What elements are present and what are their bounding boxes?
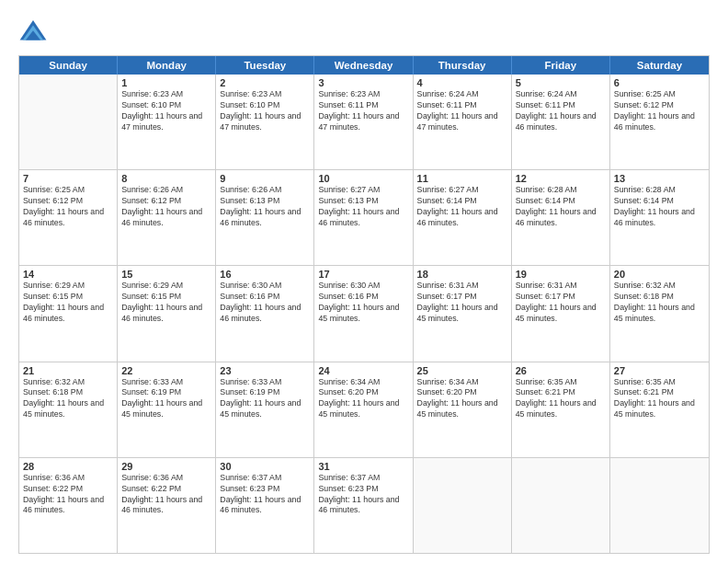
day-info: Sunrise: 6:25 AMSunset: 6:12 PMDaylight:… (23, 185, 113, 229)
header-day-sunday: Sunday (19, 56, 118, 75)
daylight-label: Daylight: 11 hours and 45 minutes. (121, 398, 202, 419)
day-cell-31: 31Sunrise: 6:37 AMSunset: 6:23 PMDayligh… (314, 458, 413, 553)
sunrise-label: Sunrise: 6:23 AM (220, 89, 281, 98)
day-cell-7: 7Sunrise: 6:25 AMSunset: 6:12 PMDaylight… (19, 170, 118, 265)
sunrise-label: Sunrise: 6:23 AM (318, 89, 380, 98)
day-info: Sunrise: 6:30 AMSunset: 6:16 PMDaylight:… (220, 281, 310, 325)
day-info: Sunrise: 6:32 AMSunset: 6:18 PMDaylight:… (23, 377, 113, 421)
sunrise-label: Sunrise: 6:28 AM (516, 185, 577, 194)
sunset-label: Sunset: 6:19 PM (220, 387, 279, 396)
day-info: Sunrise: 6:29 AMSunset: 6:15 PMDaylight:… (121, 281, 211, 325)
calendar: SundayMondayTuesdayWednesdayThursdayFrid… (18, 55, 710, 554)
sunrise-label: Sunrise: 6:23 AM (121, 89, 183, 98)
day-number: 24 (318, 365, 408, 376)
sunset-label: Sunset: 6:21 PM (516, 387, 575, 396)
day-cell-2: 2Sunrise: 6:23 AMSunset: 6:10 PMDaylight… (216, 75, 314, 169)
day-info: Sunrise: 6:33 AMSunset: 6:19 PMDaylight:… (220, 377, 310, 421)
daylight-label: Daylight: 11 hours and 47 minutes. (220, 111, 301, 132)
day-cell-18: 18Sunrise: 6:31 AMSunset: 6:17 PMDayligh… (414, 266, 512, 361)
day-info: Sunrise: 6:27 AMSunset: 6:13 PMDaylight:… (318, 185, 408, 229)
day-cell-29: 29Sunrise: 6:36 AMSunset: 6:22 PMDayligh… (118, 458, 216, 553)
sunset-label: Sunset: 6:16 PM (318, 292, 378, 301)
day-cell-26: 26Sunrise: 6:35 AMSunset: 6:21 PMDayligh… (512, 362, 610, 457)
day-info: Sunrise: 6:26 AMSunset: 6:12 PMDaylight:… (121, 185, 211, 229)
sunrise-label: Sunrise: 6:33 AM (121, 377, 183, 386)
daylight-label: Daylight: 11 hours and 45 minutes. (220, 398, 301, 419)
daylight-label: Daylight: 11 hours and 46 minutes. (614, 207, 695, 227)
sunrise-label: Sunrise: 6:32 AM (23, 377, 85, 386)
sunset-label: Sunset: 6:10 PM (121, 100, 181, 109)
day-info: Sunrise: 6:30 AMSunset: 6:16 PMDaylight:… (318, 281, 408, 325)
sunrise-label: Sunrise: 6:29 AM (121, 281, 183, 290)
day-number: 28 (23, 461, 113, 472)
day-number: 25 (417, 365, 507, 376)
day-cell-15: 15Sunrise: 6:29 AMSunset: 6:15 PMDayligh… (118, 266, 216, 361)
daylight-label: Daylight: 11 hours and 47 minutes. (121, 111, 202, 132)
sunset-label: Sunset: 6:13 PM (220, 196, 279, 205)
day-cell-5: 5Sunrise: 6:24 AMSunset: 6:11 PMDaylight… (512, 75, 610, 169)
day-cell-4: 4Sunrise: 6:24 AMSunset: 6:11 PMDaylight… (414, 75, 512, 169)
day-cell-28: 28Sunrise: 6:36 AMSunset: 6:22 PMDayligh… (19, 458, 118, 553)
sunrise-label: Sunrise: 6:34 AM (318, 377, 380, 386)
sunset-label: Sunset: 6:14 PM (417, 196, 477, 205)
day-info: Sunrise: 6:34 AMSunset: 6:20 PMDaylight:… (417, 377, 507, 421)
daylight-label: Daylight: 11 hours and 46 minutes. (220, 303, 301, 323)
day-number: 12 (516, 173, 606, 184)
daylight-label: Daylight: 11 hours and 45 minutes. (614, 398, 695, 419)
daylight-label: Daylight: 11 hours and 46 minutes. (614, 111, 695, 132)
day-number: 13 (614, 173, 705, 184)
daylight-label: Daylight: 11 hours and 46 minutes. (516, 207, 597, 227)
sunrise-label: Sunrise: 6:35 AM (516, 377, 577, 386)
empty-cell (512, 458, 610, 553)
day-number: 4 (417, 77, 507, 88)
day-info: Sunrise: 6:34 AMSunset: 6:20 PMDaylight:… (318, 377, 408, 421)
sunrise-label: Sunrise: 6:27 AM (318, 185, 380, 194)
header-day-thursday: Thursday (414, 56, 512, 75)
sunrise-label: Sunrise: 6:31 AM (417, 281, 479, 290)
day-info: Sunrise: 6:36 AMSunset: 6:22 PMDaylight:… (121, 473, 211, 517)
empty-cell (19, 75, 118, 169)
sunrise-label: Sunrise: 6:30 AM (318, 281, 380, 290)
sunrise-label: Sunrise: 6:30 AM (220, 281, 281, 290)
day-info: Sunrise: 6:23 AMSunset: 6:10 PMDaylight:… (121, 89, 211, 133)
day-number: 5 (516, 77, 606, 88)
day-number: 22 (121, 365, 211, 376)
sunset-label: Sunset: 6:12 PM (614, 100, 674, 109)
day-info: Sunrise: 6:31 AMSunset: 6:17 PMDaylight:… (417, 281, 507, 325)
day-cell-9: 9Sunrise: 6:26 AMSunset: 6:13 PMDaylight… (216, 170, 314, 265)
day-info: Sunrise: 6:24 AMSunset: 6:11 PMDaylight:… (516, 89, 606, 133)
sunset-label: Sunset: 6:15 PM (121, 292, 181, 301)
day-info: Sunrise: 6:37 AMSunset: 6:23 PMDaylight:… (220, 473, 310, 517)
day-number: 9 (220, 173, 310, 184)
day-cell-3: 3Sunrise: 6:23 AMSunset: 6:11 PMDaylight… (314, 75, 413, 169)
sunrise-label: Sunrise: 6:24 AM (417, 89, 479, 98)
sunset-label: Sunset: 6:19 PM (121, 387, 181, 396)
daylight-label: Daylight: 11 hours and 45 minutes. (417, 398, 498, 419)
daylight-label: Daylight: 11 hours and 45 minutes. (516, 398, 597, 419)
sunset-label: Sunset: 6:23 PM (318, 484, 378, 493)
sunrise-label: Sunrise: 6:27 AM (417, 185, 479, 194)
day-info: Sunrise: 6:27 AMSunset: 6:14 PMDaylight:… (417, 185, 507, 229)
daylight-label: Daylight: 11 hours and 45 minutes. (318, 398, 399, 419)
daylight-label: Daylight: 11 hours and 46 minutes. (23, 495, 104, 515)
day-cell-16: 16Sunrise: 6:30 AMSunset: 6:16 PMDayligh… (216, 266, 314, 361)
calendar-header: SundayMondayTuesdayWednesdayThursdayFrid… (19, 56, 709, 75)
sunrise-label: Sunrise: 6:36 AM (121, 473, 183, 482)
sunrise-label: Sunrise: 6:32 AM (614, 281, 676, 290)
sunset-label: Sunset: 6:13 PM (318, 196, 378, 205)
day-cell-25: 25Sunrise: 6:34 AMSunset: 6:20 PMDayligh… (414, 362, 512, 457)
sunset-label: Sunset: 6:11 PM (318, 100, 378, 109)
calendar-body: 1Sunrise: 6:23 AMSunset: 6:10 PMDaylight… (19, 75, 709, 553)
day-info: Sunrise: 6:35 AMSunset: 6:21 PMDaylight:… (614, 377, 705, 421)
logo (18, 17, 51, 46)
empty-cell (610, 458, 709, 553)
sunset-label: Sunset: 6:14 PM (614, 196, 674, 205)
calendar-week-1: 1Sunrise: 6:23 AMSunset: 6:10 PMDaylight… (19, 75, 709, 169)
sunset-label: Sunset: 6:12 PM (121, 196, 181, 205)
day-cell-14: 14Sunrise: 6:29 AMSunset: 6:15 PMDayligh… (19, 266, 118, 361)
day-info: Sunrise: 6:28 AMSunset: 6:14 PMDaylight:… (516, 185, 606, 229)
sunrise-label: Sunrise: 6:36 AM (23, 473, 85, 482)
header-day-friday: Friday (512, 56, 610, 75)
day-cell-21: 21Sunrise: 6:32 AMSunset: 6:18 PMDayligh… (19, 362, 118, 457)
day-number: 8 (121, 173, 211, 184)
